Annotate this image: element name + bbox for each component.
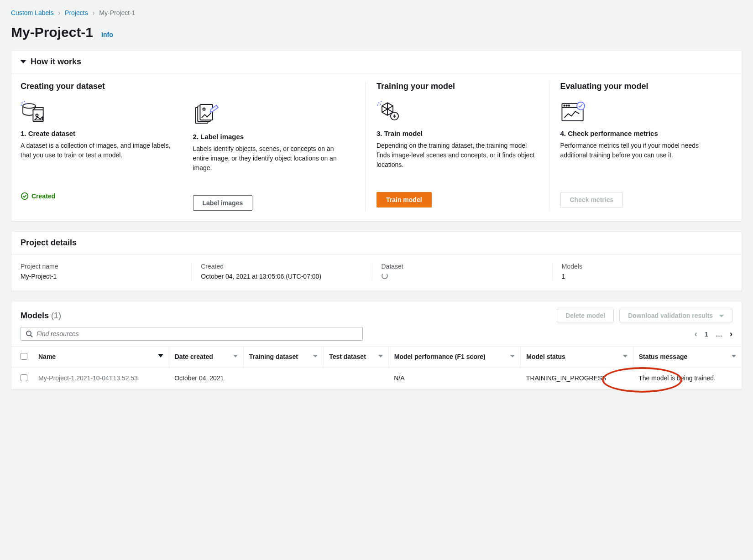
models-count: (1) [51,311,61,320]
divider [549,82,549,211]
svg-point-18 [564,105,565,106]
hiw-step-desc: A dataset is a collection of images, and… [21,141,179,183]
detail-dataset: Dataset [372,263,552,280]
download-validation-label: Download validation results [628,312,713,319]
page-next-button[interactable]: › [730,329,732,339]
models-title: Models (1) [21,311,61,321]
svg-point-5 [26,103,27,104]
spinner-icon [382,273,388,279]
svg-point-4 [24,101,25,103]
detail-value: October 04, 2021 at 13:05:06 (UTC-07:00) [201,273,362,280]
detail-models: Models 1 [552,263,732,280]
breadcrumb-projects[interactable]: Projects [65,9,88,16]
col-status[interactable]: Model status [521,347,633,368]
hiw-step-title: 3. Train model [376,130,535,137]
chevron-right-icon: › [58,9,60,16]
svg-point-0 [23,104,35,108]
col-train-dataset[interactable]: Training dataset [243,347,323,368]
created-status: Created [21,192,55,200]
svg-point-16 [380,104,381,105]
metrics-icon [560,99,719,125]
label-images-button[interactable]: Label images [193,195,253,211]
page-title: My-Project-1 [11,25,93,40]
project-details-panel: Project details Project name My-Project-… [11,231,742,291]
col-name[interactable]: Name [33,347,169,368]
cell-date: October 04, 2021 [169,368,243,389]
created-label: Created [31,192,55,200]
hiw-step-label-images: 2. Label images Labels identify objects,… [193,82,366,211]
check-circle-icon [21,192,29,200]
detail-label: Models [562,263,723,270]
info-link[interactable]: Info [101,31,113,38]
how-it-works-header[interactable]: How it works [11,51,742,73]
detail-label: Created [201,263,362,270]
detail-project-name: Project name My-Project-1 [21,263,191,280]
row-checkbox[interactable] [21,374,27,381]
cell-perf: N/A [388,368,521,389]
detail-value: 1 [562,273,723,280]
chevron-right-icon: › [93,9,95,16]
models-panel: Models (1) Delete model Download validat… [11,301,742,390]
check-metrics-button: Check metrics [560,192,623,207]
cell-train-ds [243,368,323,389]
table-row: My-Project-1.2021-10-04T13.52.53 October… [11,368,742,389]
breadcrumb-custom-labels[interactable]: Custom Labels [11,9,53,16]
detail-value-loading [382,273,543,280]
svg-point-15 [377,104,378,106]
breadcrumb: Custom Labels › Projects › My-Project-1 [11,9,742,16]
dataset-icon [21,99,179,125]
models-table: Name Date created Training dataset Test … [11,346,742,389]
svg-point-20 [568,105,570,106]
page-number: 1 [705,330,708,338]
cell-name[interactable]: My-Project-1.2021-10-04T13.52.53 [33,368,169,389]
cell-status: TRAINING_IN_PROGRESS [521,368,633,389]
col-performance[interactable]: Model performance (F1 score) [388,347,521,368]
hiw-section-heading: Evaluating your model [560,82,719,91]
col-date[interactable]: Date created [169,347,243,368]
breadcrumb-current: My-Project-1 [99,9,135,16]
svg-point-3 [21,102,23,104]
caret-down-icon [719,315,724,317]
svg-point-13 [378,102,380,104]
detail-value: My-Project-1 [21,273,182,280]
svg-point-7 [21,193,28,199]
svg-point-14 [381,101,382,103]
page-header: My-Project-1 Info [11,25,742,40]
select-all-checkbox[interactable] [21,353,27,360]
col-message[interactable]: Status message [633,347,742,368]
cell-test-ds [324,368,389,389]
how-it-works-panel: How it works Creating your dataset 1. Cr… [11,50,742,221]
hiw-step-train-model: Training your model 3. Train model Depen… [376,82,549,211]
download-validation-button: Download validation results [619,309,732,322]
page-prev-button[interactable]: ‹ [695,329,697,339]
hiw-section-heading: Training your model [376,82,535,91]
hiw-step-title: 4. Check performance metrics [560,130,719,137]
train-model-button[interactable]: Train model [376,192,432,207]
svg-point-19 [566,105,567,106]
svg-point-22 [26,331,31,336]
col-test-dataset[interactable]: Test dataset [324,347,389,368]
search-icon [26,330,33,337]
search-input[interactable] [37,330,358,337]
hiw-step-title: 1. Create dataset [21,130,179,137]
how-it-works-title: How it works [31,57,81,67]
divider [365,82,366,211]
hiw-step-create-dataset: Creating your dataset 1. Create dataset … [21,82,193,211]
delete-model-button: Delete model [557,309,614,322]
status-text: TRAINING_IN_PROGRESS [526,374,607,382]
project-details-title: Project details [21,238,77,248]
detail-created: Created October 04, 2021 at 13:05:06 (UT… [191,263,371,280]
cell-msg: The model is being trained. [633,368,742,389]
page-ellipsis: … [716,330,722,338]
detail-label: Dataset [382,263,543,270]
hiw-step-title: 2. Label images [193,133,352,140]
hiw-step-desc: Labels identify objects, scenes, or conc… [193,144,352,186]
hiw-step-desc: Depending on the training dataset, the t… [376,141,535,183]
hiw-section-heading: Creating your dataset [21,82,179,91]
label-images-icon [193,102,352,128]
caret-down-icon [21,60,26,63]
search-box[interactable] [21,327,363,341]
project-details-header: Project details [11,232,742,254]
models-title-text: Models [21,311,49,320]
svg-point-6 [21,104,22,106]
